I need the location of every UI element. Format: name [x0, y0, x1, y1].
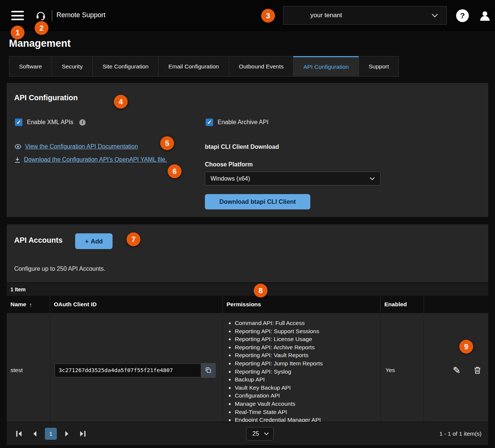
table-header-row: Name ↑ OAuth Client ID Permissions Enabl…	[7, 296, 488, 313]
checkbox-enable-xml-apis[interactable]: ✓	[15, 119, 22, 126]
plus-icon: +	[85, 238, 89, 245]
enable-xml-apis-label: Enable XML APIs	[27, 119, 73, 126]
screen: Remote Support your tenant ? Management …	[0, 0, 495, 448]
api-configuration-panel: API Configuration ✓ Enable XML APIs i ✓ …	[7, 83, 488, 217]
callout-1: 1	[11, 26, 25, 40]
column-header-permissions[interactable]: Permissions	[222, 296, 380, 313]
permissions-list: Command API: Full Access Reporting API: …	[223, 319, 380, 424]
tab-outbound-events[interactable]: Outbound Events	[229, 56, 293, 77]
permission-item: Real-Time State API	[235, 408, 380, 416]
download-icon	[14, 157, 21, 163]
edit-icon[interactable]: ✎	[453, 366, 461, 375]
menu-icon[interactable]	[11, 11, 24, 20]
next-page-icon[interactable]	[61, 428, 73, 439]
permission-item: Reporting API: Syslog	[235, 368, 380, 376]
permission-item: Reporting API: License Usage	[235, 335, 380, 343]
callout-6: 6	[168, 165, 182, 178]
item-count-bar: 1 Item	[7, 282, 488, 296]
callout-2: 2	[35, 21, 49, 35]
question-icon: ?	[460, 11, 465, 20]
last-page-icon[interactable]	[77, 428, 88, 439]
topbar: Remote Support your tenant ?	[0, 0, 495, 31]
column-header-actions	[424, 296, 488, 313]
api-doc-link-row: View the Configuration API Documentation	[14, 143, 138, 150]
tenant-value: your tenant	[310, 12, 342, 19]
item-count-label: 1 Item	[10, 286, 25, 292]
permission-item: Command API: Full Access	[235, 319, 380, 327]
platform-value: Windows (x64)	[210, 175, 250, 182]
column-header-name[interactable]: Name ↑	[7, 296, 50, 313]
tab-api-configuration[interactable]: API Configuration	[293, 56, 359, 77]
add-button-label: Add	[91, 238, 103, 245]
callout-9: 9	[459, 340, 473, 354]
tab-site-configuration[interactable]: Site Configuration	[92, 56, 158, 77]
tab-support[interactable]: Support	[359, 56, 399, 77]
chevron-down-icon	[431, 13, 438, 18]
delete-icon[interactable]	[473, 366, 482, 374]
support-headset-icon[interactable]	[35, 10, 46, 21]
chevron-down-icon	[264, 432, 269, 435]
info-icon[interactable]: i	[79, 119, 86, 126]
download-openapi-yaml-link[interactable]: Download the Configuration API's OpenAPI…	[24, 156, 167, 163]
page-size-value: 25	[252, 430, 259, 437]
checkbox-enable-archive-api[interactable]: ✓	[206, 119, 213, 126]
column-header-oauth-client-id[interactable]: OAuth Client ID	[50, 296, 222, 313]
permission-item: Backup API	[235, 375, 380, 384]
column-header-enabled[interactable]: Enabled	[380, 296, 424, 313]
permission-item: Reporting API: Archive Reports	[235, 343, 380, 352]
current-page-button[interactable]: 1	[45, 428, 57, 440]
cli-download-heading: btapi CLI Client Download	[205, 144, 279, 150]
api-configuration-title: API Configuration	[14, 93, 78, 102]
previous-page-icon[interactable]	[29, 428, 40, 439]
row-actions-cell: ✎	[424, 313, 488, 428]
callout-4: 4	[114, 95, 128, 109]
permission-item: Reporting API: Jump Item Reports	[235, 359, 380, 368]
permission-item: Manage Vault Accounts	[235, 400, 380, 408]
tab-security[interactable]: Security	[52, 56, 92, 77]
accounts-description: Configure up to 250 API Accounts.	[14, 266, 105, 272]
permission-item: Reporting API: Support Sessions	[235, 327, 380, 335]
view-api-documentation-link[interactable]: View the Configuration API Documentation	[25, 143, 138, 150]
callout-8: 8	[254, 284, 268, 298]
permission-item: Configuration API	[235, 392, 380, 400]
help-button[interactable]: ?	[456, 9, 469, 22]
api-accounts-title: API Accounts	[14, 236, 62, 245]
tab-email-configuration[interactable]: Email Configuration	[158, 56, 228, 77]
platform-select[interactable]: Windows (x64)	[205, 172, 381, 185]
enable-archive-api-row: ✓ Enable Archive API	[206, 119, 268, 126]
chevron-down-icon	[369, 177, 375, 180]
download-cli-client-button[interactable]: Download btapi CLI Client	[205, 194, 310, 209]
add-account-button[interactable]: +Add	[75, 233, 113, 249]
oauth-client-id-field[interactable]	[55, 363, 201, 377]
copy-button[interactable]	[201, 363, 216, 378]
yaml-download-link-row: Download the Configuration API's OpenAPI…	[14, 156, 167, 163]
sort-asc-icon: ↑	[29, 301, 32, 308]
tab-bar: Software Security Site Configuration Ema…	[9, 56, 399, 77]
enabled-cell: Yes	[380, 313, 424, 428]
account-name-cell: stest	[7, 313, 50, 428]
product-title: Remote Support	[56, 11, 105, 19]
enable-xml-apis-row: ✓ Enable XML APIs i	[15, 119, 86, 126]
callout-5: 5	[160, 136, 174, 150]
tab-software[interactable]: Software	[9, 56, 52, 77]
callout-7: 7	[127, 233, 141, 246]
pagination-range-label: 1 - 1 of 1 item(s)	[439, 430, 482, 437]
page-size-select[interactable]: 25	[246, 427, 274, 441]
choose-platform-label: Choose Platform	[205, 161, 253, 168]
api-accounts-panel: API Accounts +Add Configure up to 250 AP…	[7, 224, 488, 445]
permission-item: Reporting API: Vault Reports	[235, 351, 380, 359]
eye-icon	[14, 144, 22, 149]
copy-icon	[205, 366, 212, 374]
permission-item: Vault Key Backup API	[235, 384, 380, 392]
account-icon[interactable]	[478, 9, 492, 23]
enable-archive-api-label: Enable Archive API	[218, 119, 268, 126]
topbar-divider	[52, 10, 52, 21]
tenant-select[interactable]: your tenant	[283, 6, 447, 25]
pagination-bar: 1 25 1 - 1 of 1 item(s)	[7, 422, 488, 445]
pagination-controls: 1	[13, 428, 88, 440]
oauth-client-id-cell	[50, 313, 222, 428]
page-title: Management	[9, 38, 71, 49]
permissions-cell: Command API: Full Access Reporting API: …	[222, 313, 380, 428]
callout-3: 3	[261, 9, 275, 23]
first-page-icon[interactable]	[13, 428, 25, 439]
